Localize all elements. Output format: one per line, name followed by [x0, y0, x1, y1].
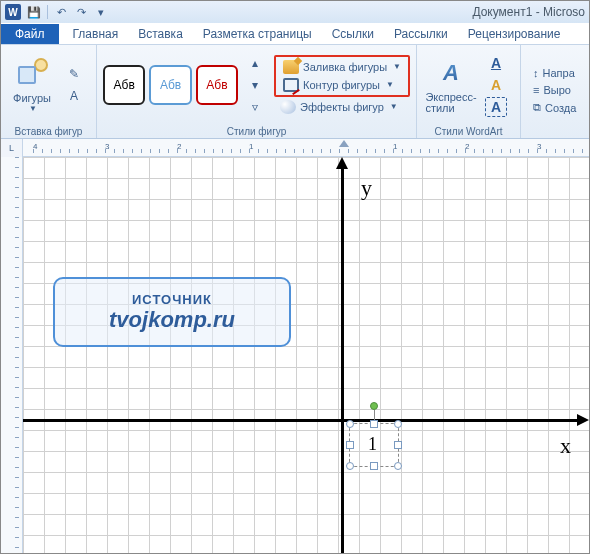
resize-handle-nw[interactable]	[346, 420, 354, 428]
shape-style-preset-3[interactable]: Абв	[196, 65, 238, 105]
quick-access-toolbar: 💾 ↶ ↷ ▾	[25, 3, 110, 21]
redo-button[interactable]: ↷	[72, 3, 90, 21]
text-direction-button[interactable]: ↕ Напра	[527, 65, 582, 81]
group-text-partial: ↕ Напра ≡ Выро ⧉ Созда	[521, 45, 589, 138]
document-title: Документ1 - Microso	[472, 5, 585, 19]
wordart-quick-styles-button[interactable]: A Экспресс- стили	[423, 52, 479, 118]
annotation-highlight: Заливка фигуры ▼ Контур фигуры ▼	[274, 55, 410, 97]
text-fill-button[interactable]: A	[485, 53, 507, 73]
tab-mailings[interactable]: Рассылки	[384, 24, 458, 44]
y-axis-label[interactable]: y	[361, 175, 372, 201]
tab-selector[interactable]: L	[1, 139, 23, 157]
pen-outline-icon	[283, 78, 299, 92]
resize-handle-n[interactable]	[370, 420, 378, 428]
shapes-icon	[16, 58, 48, 90]
shape-style-preset-1[interactable]: Абв	[103, 65, 145, 105]
chevron-down-icon: ▼	[393, 62, 401, 71]
x-axis-label[interactable]: x	[560, 433, 571, 459]
create-link-button[interactable]: ⧉ Созда	[527, 99, 582, 116]
resize-handle-sw[interactable]	[346, 462, 354, 470]
x-axis-shape[interactable]	[23, 419, 581, 422]
shape-fill-button[interactable]: Заливка фигуры ▼	[277, 58, 407, 76]
direction-icon: ↕	[533, 67, 539, 79]
align-text-button[interactable]: ≡ Выро	[527, 82, 582, 98]
style-gallery-more[interactable]: ▿	[244, 97, 266, 117]
undo-button[interactable]: ↶	[52, 3, 70, 21]
resize-handle-ne[interactable]	[394, 420, 402, 428]
align-text-label: Выро	[543, 84, 570, 96]
style-row-down[interactable]: ▾	[244, 75, 266, 95]
wordart-label: Экспресс- стили	[425, 92, 476, 114]
text-direction-label: Напра	[543, 67, 575, 79]
tab-insert[interactable]: Вставка	[128, 24, 193, 44]
vertical-ruler[interactable]	[1, 157, 23, 554]
y-axis-shape[interactable]	[341, 165, 344, 554]
effects-icon	[280, 100, 296, 114]
qat-customize-button[interactable]: ▾	[92, 3, 110, 21]
shape-effects-button[interactable]: Эффекты фигур ▼	[274, 98, 410, 116]
group-shape-styles: Абв Абв Абв ▴ ▾ ▿ Заливка фигуры ▼ Конт	[97, 45, 417, 138]
group-label: Стили фигур	[97, 125, 416, 138]
group-insert-shapes: Фигуры ▼ ✎ A Вставка фигур	[1, 45, 97, 138]
watermark-line1: ИСТОЧНИК	[132, 292, 212, 307]
chevron-down-icon: ▼	[29, 104, 37, 113]
first-line-indent-marker[interactable]	[339, 140, 349, 147]
watermark-line2: tvojkomp.ru	[109, 307, 235, 333]
edit-shape-button[interactable]: ✎	[63, 64, 85, 84]
shape-fill-label: Заливка фигуры	[303, 61, 387, 73]
text-box-content[interactable]: 1	[368, 434, 377, 455]
separator	[47, 5, 48, 19]
resize-handle-w[interactable]	[346, 441, 354, 449]
text-box-button[interactable]: A	[63, 86, 85, 106]
shapes-gallery-button[interactable]: Фигуры ▼	[7, 52, 57, 118]
align-icon: ≡	[533, 84, 539, 96]
resize-handle-e[interactable]	[394, 441, 402, 449]
shape-outline-button[interactable]: Контур фигуры ▼	[277, 76, 407, 94]
rotation-handle[interactable]	[370, 402, 378, 410]
style-row-up[interactable]: ▴	[244, 53, 266, 73]
shape-outline-label: Контур фигуры	[303, 79, 380, 91]
group-label	[521, 136, 589, 138]
ruler-row: L 4321123	[1, 139, 589, 157]
rotation-stem	[374, 410, 375, 420]
ribbon: Фигуры ▼ ✎ A Вставка фигур Абв Абв Абв ▴…	[1, 45, 589, 139]
chevron-down-icon: ▼	[386, 80, 394, 89]
create-link-label: Созда	[545, 102, 576, 114]
title-bar: W 💾 ↶ ↷ ▾ Документ1 - Microso	[1, 1, 589, 23]
shape-style-preset-2[interactable]: Абв	[149, 65, 191, 105]
gridlines	[23, 157, 589, 554]
shapes-label: Фигуры	[13, 92, 51, 104]
resize-handle-se[interactable]	[394, 462, 402, 470]
link-icon: ⧉	[533, 101, 541, 114]
shape-effects-label: Эффекты фигур	[300, 101, 384, 113]
chevron-down-icon: ▼	[390, 102, 398, 111]
group-label: Вставка фигур	[1, 125, 96, 138]
group-label: Стили WordArt	[417, 125, 520, 138]
save-button[interactable]: 💾	[25, 3, 43, 21]
tab-file[interactable]: Файл	[1, 24, 59, 44]
text-effects-button[interactable]: A	[485, 97, 507, 117]
selected-text-box[interactable]: 1	[349, 423, 399, 467]
text-outline-button[interactable]: A	[485, 75, 507, 95]
word-app-icon: W	[5, 4, 21, 20]
ribbon-tabs: Файл Главная Вставка Разметка страницы С…	[1, 23, 589, 45]
document-canvas[interactable]: y x 1 ИСТОЧНИК tvojkomp.ru	[23, 157, 589, 554]
group-wordart-styles: A Экспресс- стили A A A Стили WordArt	[417, 45, 521, 138]
document-area: y x 1 ИСТОЧНИК tvojkomp.ru	[1, 157, 589, 554]
tab-review[interactable]: Рецензирование	[458, 24, 571, 44]
horizontal-ruler[interactable]: 4321123	[23, 139, 589, 156]
resize-handle-s[interactable]	[370, 462, 378, 470]
tab-page-layout[interactable]: Разметка страницы	[193, 24, 322, 44]
bucket-icon	[283, 60, 299, 74]
tab-home[interactable]: Главная	[63, 24, 129, 44]
source-watermark: ИСТОЧНИК tvojkomp.ru	[53, 277, 291, 347]
wordart-preview-icon: A	[434, 56, 468, 90]
tab-references[interactable]: Ссылки	[322, 24, 384, 44]
